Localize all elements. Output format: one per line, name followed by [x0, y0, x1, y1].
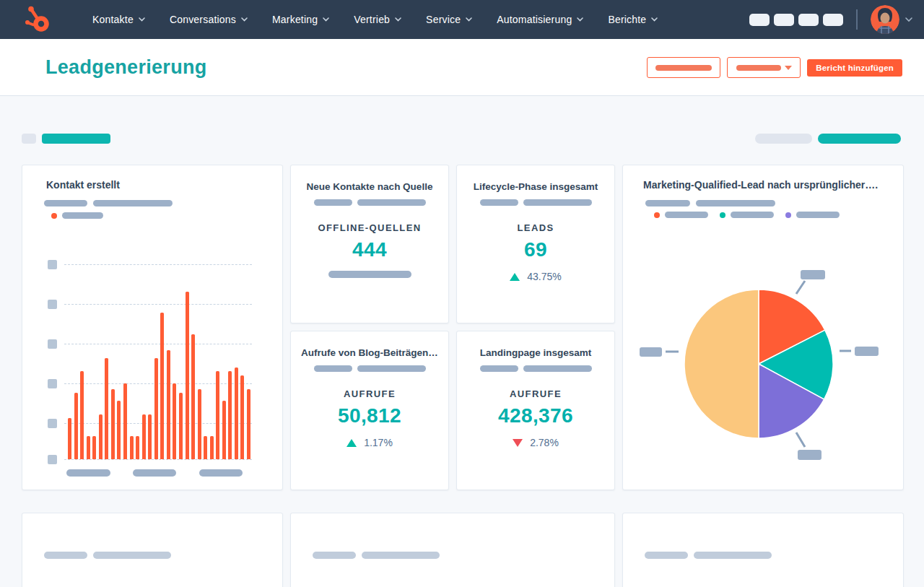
callout-label-placeholder — [640, 347, 662, 357]
dashboard-action-button-placeholder[interactable] — [647, 57, 720, 78]
metric-value: 444 — [291, 238, 448, 261]
y-axis-tick-placeholder — [48, 379, 57, 388]
chevron-down-icon — [139, 17, 145, 22]
nav-tool-icon-placeholder-1[interactable] — [749, 14, 770, 26]
nav-item-conversations[interactable]: Conversations — [157, 0, 260, 39]
card-subtitle-placeholders — [645, 552, 772, 559]
subtitle-placeholder — [314, 199, 352, 206]
filter-placeholder-teal[interactable] — [818, 134, 901, 144]
y-axis-tick-placeholder — [48, 300, 57, 309]
bar — [117, 401, 121, 459]
subtitle-placeholder — [645, 552, 688, 559]
bar — [216, 371, 219, 459]
bar — [228, 371, 232, 459]
nav-item-label: Automatisierung — [497, 14, 572, 25]
nav-item-marketing[interactable]: Marketing — [260, 0, 341, 39]
button-label-placeholder — [655, 65, 712, 71]
nav-item-label: Berichte — [608, 14, 646, 25]
page-header: Leadgenerierung Bericht hinzufügen — [0, 39, 924, 96]
nav-item-vertrieb[interactable]: Vertrieb — [341, 0, 414, 39]
gridline — [64, 304, 252, 305]
card-subtitle-placeholders — [457, 199, 614, 206]
nav-item-service[interactable]: Service — [414, 0, 484, 39]
nav-item-label: Service — [426, 14, 461, 25]
bar — [80, 371, 84, 459]
nav-tool-icon-placeholder-4[interactable] — [823, 14, 843, 26]
legend-dot-purple — [785, 212, 791, 218]
metric-value: 50,812 — [291, 404, 448, 427]
metric-delta: 2.78% — [457, 437, 614, 448]
delta-triangle-icon — [510, 273, 520, 281]
legend-label-placeholder — [796, 212, 840, 218]
bar — [167, 350, 170, 459]
nav-tool-icon-placeholder-2[interactable] — [774, 14, 794, 26]
caret-down-icon — [785, 66, 792, 70]
bar — [198, 389, 201, 459]
y-axis-tick-placeholder — [48, 455, 57, 464]
card-bottom-right — [622, 513, 904, 587]
nav-item-label: Kontakte — [92, 14, 134, 25]
metric-delta: 1.17% — [291, 437, 448, 448]
chevron-down-icon — [241, 17, 248, 22]
bar — [87, 436, 90, 459]
y-axis-tick-placeholder — [48, 260, 57, 269]
subtitle-placeholder — [314, 365, 352, 372]
gridline — [64, 459, 252, 460]
callout-line — [796, 432, 805, 447]
account-menu-chevron-icon[interactable] — [905, 17, 912, 22]
card-blog-aufrufe: Aufrufe von Blog-Beiträgen… AUFRUFE 50,8… — [290, 331, 449, 490]
dashboard-filter-dropdown-placeholder[interactable] — [727, 57, 801, 78]
card-subtitle-placeholders — [291, 365, 448, 372]
bar — [136, 436, 139, 459]
header-actions: Bericht hinzufügen — [647, 57, 902, 78]
bar — [105, 358, 108, 459]
nav-item-label: Marketing — [272, 14, 318, 25]
nav-tool-icon-placeholder-3[interactable] — [798, 14, 819, 26]
legend-label-placeholder — [731, 212, 774, 218]
chevron-down-icon — [466, 17, 472, 22]
card-bottom-middle — [290, 513, 615, 587]
card-title: Neue Kontakte nach Quelle — [291, 181, 448, 192]
bar — [74, 393, 78, 459]
chevron-down-icon — [577, 17, 583, 22]
chevron-down-icon — [395, 17, 401, 22]
filter-placeholder-gray[interactable] — [755, 134, 812, 144]
bar — [160, 313, 164, 459]
subtitle-placeholder — [696, 200, 775, 206]
card-title: Landingpage insgesamt — [457, 347, 614, 358]
bar — [247, 389, 250, 459]
bar — [186, 292, 189, 459]
bar — [123, 383, 127, 459]
x-axis-label-placeholder — [66, 469, 110, 477]
card-neue-kontakte-nach-quelle: Neue Kontakte nach Quelle OFFLINE-QUELLE… — [290, 165, 449, 323]
card-subtitle-placeholders — [44, 552, 171, 559]
filter-placeholder-teal[interactable] — [42, 134, 110, 144]
chart-legend — [654, 212, 840, 218]
hubspot-logo-icon[interactable] — [24, 5, 50, 34]
add-report-button[interactable]: Bericht hinzufügen — [807, 59, 902, 77]
card-mql-pie: Marketing-Qualified-Lead nach ursprüngli… — [622, 165, 904, 490]
metric-label: LEADS — [457, 222, 614, 233]
nav-utilities — [745, 5, 912, 34]
bar — [179, 393, 183, 459]
subtitle-placeholder — [480, 199, 518, 206]
pie-chart — [623, 259, 905, 476]
card-subtitle-placeholders — [313, 552, 440, 559]
bar — [173, 383, 176, 459]
bar — [130, 436, 134, 459]
bar — [148, 414, 152, 459]
user-avatar[interactable] — [871, 5, 899, 34]
card-title: Marketing-Qualified-Lead nach ursprüngli… — [643, 179, 878, 191]
filter-placeholder-gray[interactable] — [22, 134, 36, 144]
gridline — [64, 383, 252, 384]
callout-label-placeholder — [801, 270, 825, 279]
nav-item-berichte[interactable]: Berichte — [596, 0, 670, 39]
x-axis-label-placeholder — [133, 469, 176, 477]
nav-item-kontakte[interactable]: Kontakte — [80, 0, 157, 39]
pie-slice — [684, 290, 759, 438]
nav-item-automatisierung[interactable]: Automatisierung — [484, 0, 596, 39]
bar — [240, 375, 244, 459]
subtitle-placeholder — [313, 552, 356, 559]
subtitle-placeholder — [93, 552, 171, 559]
metric-value: 69 — [457, 238, 614, 261]
